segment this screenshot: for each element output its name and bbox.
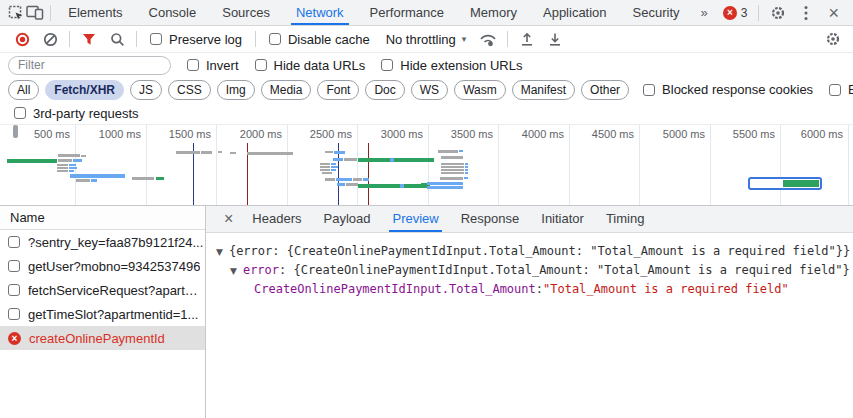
checkbox[interactable] [14, 107, 26, 119]
waterfall-bar [230, 152, 236, 154]
tab-security[interactable]: Security [620, 0, 693, 25]
preview-field-line[interactable]: CreateOnlinePaymentIdInput.Total_Amount:… [206, 280, 853, 298]
filter-input[interactable] [8, 56, 171, 75]
waterfall-bar [390, 158, 394, 162]
device-toolbar-icon[interactable] [25, 0, 44, 25]
checkbox[interactable] [187, 59, 199, 71]
request-row[interactable]: fetchServiceRequest?apartm... [0, 278, 205, 302]
tab-performance[interactable]: Performance [357, 0, 457, 25]
request-error-icon [8, 332, 21, 345]
waterfall-bar [331, 169, 336, 171]
checkbox[interactable] [381, 59, 393, 71]
tab-elements[interactable]: Elements [55, 0, 135, 25]
preview-error-line[interactable]: error: {CreateOnlinePaymentIdInput.Total… [206, 261, 853, 280]
request-name: getUser?mobno=9342537496 [28, 259, 200, 274]
request-row-failed-selected[interactable]: createOnlinePaymentId [0, 326, 205, 350]
hide-extension-urls-checkbox[interactable]: Hide extension URLs [381, 58, 522, 73]
timeline-gridline [498, 125, 499, 205]
kebab-menu-icon[interactable] [792, 0, 820, 25]
checkbox[interactable] [8, 236, 20, 248]
checkbox[interactable] [643, 84, 655, 96]
checkbox[interactable] [255, 59, 267, 71]
blocked-requests-checkbox[interactable]: Blocked requests [829, 82, 853, 97]
checkbox[interactable] [8, 308, 20, 320]
request-row[interactable]: getTimeSlot?apartmentid=1... [0, 302, 205, 326]
tab-sources[interactable]: Sources [209, 0, 283, 25]
inspect-element-icon[interactable] [6, 0, 25, 25]
record-network-log-icon[interactable] [8, 27, 36, 52]
preserve-log-checkbox[interactable]: Preserve log [150, 32, 242, 47]
tab-response[interactable]: Response [450, 206, 531, 232]
hide-data-urls-checkbox[interactable]: Hide data URLs [255, 58, 366, 73]
checkbox[interactable] [150, 33, 162, 45]
type-filter-wasm[interactable]: Wasm [454, 80, 506, 100]
settings-gear-icon[interactable] [764, 0, 792, 25]
type-filter-img[interactable]: Img [217, 80, 255, 100]
checkbox[interactable] [8, 284, 20, 296]
expand-triangle-icon[interactable] [216, 243, 223, 261]
type-filter-js[interactable]: JS [130, 80, 162, 100]
blocked-response-cookies-checkbox[interactable]: Blocked response cookies [643, 82, 813, 97]
type-filter-fetch-xhr[interactable]: Fetch/XHR [45, 80, 124, 100]
waterfall-bar [218, 151, 222, 153]
selected-request-bar[interactable] [748, 177, 822, 190]
type-filter-all[interactable]: All [8, 80, 39, 100]
checkbox[interactable] [269, 33, 281, 45]
filter-funnel-icon[interactable] [75, 27, 103, 52]
type-filter-font[interactable]: Font [317, 80, 359, 100]
network-conditions-icon[interactable] [474, 27, 502, 52]
time-tick-label: 5000 ms [647, 128, 705, 140]
waterfall-bar [325, 151, 333, 153]
tab-preview[interactable]: Preview [381, 206, 449, 232]
close-devtools-icon[interactable]: × [820, 4, 847, 22]
property-value-preview: : {CreateOnlinePaymentIdInput.Total_Amou… [279, 261, 850, 279]
waterfall-bar [441, 169, 464, 171]
waterfall-overview[interactable]: 500 ms1000 ms1500 ms2000 ms2500 ms3000 m… [0, 124, 853, 206]
request-row[interactable]: getUser?mobno=9342537496 [0, 254, 205, 278]
tab-initiator[interactable]: Initiator [530, 206, 595, 232]
type-filter-media[interactable]: Media [261, 80, 312, 100]
disable-cache-checkbox[interactable]: Disable cache [269, 32, 370, 47]
more-tabs-icon[interactable]: » [693, 5, 717, 20]
waterfall-bar [322, 172, 332, 174]
waterfall-bar [91, 179, 97, 182]
type-filter-doc[interactable]: Doc [365, 80, 404, 100]
checkbox[interactable] [829, 84, 841, 96]
waterfall-bar [57, 170, 68, 172]
error-badge[interactable]: 3 [717, 6, 754, 20]
search-icon[interactable] [103, 27, 131, 52]
tab-headers[interactable]: Headers [241, 206, 312, 232]
timeline-gridline [146, 125, 147, 205]
tab-timing[interactable]: Timing [595, 206, 656, 232]
tab-application[interactable]: Application [530, 0, 620, 25]
type-filter-other[interactable]: Other [581, 80, 629, 100]
tab-console[interactable]: Console [136, 0, 210, 25]
request-details-pane: × Headers Payload Preview Response Initi… [206, 206, 853, 418]
network-settings-gear-icon[interactable] [819, 27, 847, 52]
export-har-icon[interactable] [541, 27, 569, 52]
name-column-header[interactable]: Name [0, 206, 205, 230]
type-filter-css[interactable]: CSS [168, 80, 211, 100]
request-row[interactable]: ?sentry_key=faa87b9121f24... [0, 230, 205, 254]
invert-checkbox[interactable]: Invert [187, 58, 239, 73]
tab-memory[interactable]: Memory [457, 0, 530, 25]
waterfall-bar [336, 178, 352, 181]
waterfall-bar [438, 150, 458, 153]
checkbox[interactable] [8, 260, 20, 272]
tab-network[interactable]: Network [283, 0, 357, 25]
third-party-checkbox[interactable]: 3rd-party requests [14, 106, 139, 121]
timeline-gridline [569, 125, 570, 205]
close-details-icon[interactable]: × [216, 211, 241, 227]
throttling-select[interactable]: No throttling ▾ [386, 32, 467, 47]
waterfall-bar [346, 183, 358, 186]
devtools-window: Elements Console Sources Network Perform… [0, 0, 853, 418]
expand-triangle-icon[interactable] [230, 262, 237, 280]
tab-payload[interactable]: Payload [312, 206, 381, 232]
type-filter-ws[interactable]: WS [411, 80, 448, 100]
hide-data-urls-label: Hide data URLs [274, 58, 366, 73]
clear-network-log-icon[interactable] [36, 27, 64, 52]
timeline-gridline [357, 125, 358, 205]
type-filter-manifest[interactable]: Manifest [512, 80, 575, 100]
import-har-icon[interactable] [513, 27, 541, 52]
preview-root-line[interactable]: {error: {CreateOnlinePaymentIdInput.Tota… [206, 242, 853, 261]
